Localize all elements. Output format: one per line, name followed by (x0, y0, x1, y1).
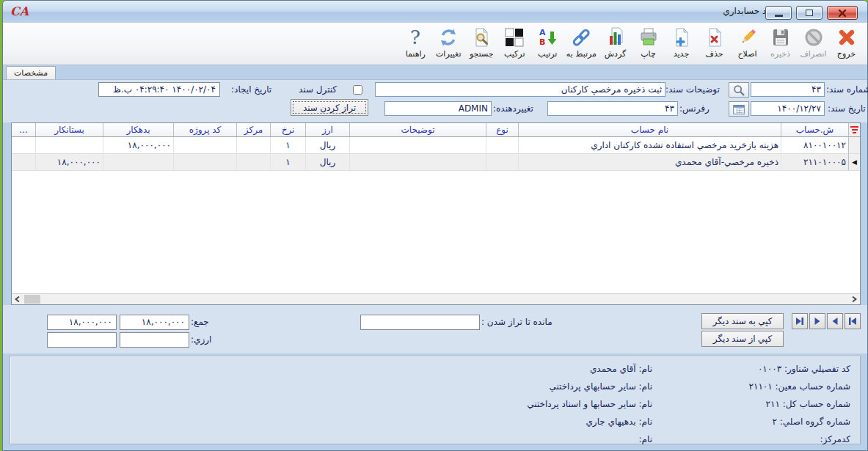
calendar-icon (732, 102, 746, 117)
nav-first-button[interactable] (845, 313, 861, 329)
doc-number-input[interactable] (751, 82, 825, 97)
cell-type[interactable] (486, 137, 518, 154)
scroll-right-button[interactable] (848, 294, 860, 304)
cell-more[interactable] (12, 137, 35, 154)
cell-center[interactable] (236, 154, 270, 171)
toolbar-edit-button[interactable]: اصلاح (731, 26, 764, 65)
toolbar-new-button[interactable]: جديد (665, 26, 698, 65)
titlebar[interactable]: CA سند حسابداري (3, 1, 867, 23)
doc-date-calendar-button[interactable] (729, 101, 749, 117)
toolbar-exit-button[interactable]: خروج (830, 26, 863, 65)
app-logo: CA (10, 4, 29, 18)
reference-label: رفرنس: (679, 103, 710, 114)
toolbar-combine-button[interactable]: تركيب (498, 26, 531, 65)
chevron-right-icon (851, 296, 857, 302)
cell-currency[interactable]: ريال (305, 137, 349, 154)
col-header-type: نوع (486, 123, 518, 136)
toolbar-turnover-button[interactable]: گردش (599, 26, 632, 65)
cell-credit[interactable] (35, 137, 103, 154)
toolbar-item-label: جديد (674, 49, 689, 59)
cell-account[interactable]: ۸۱۰۰۱۰۰۱۲ (781, 137, 848, 154)
floating-detail-name: نام: آقاي محمدي (590, 364, 652, 374)
row-indicator: ◀ (848, 154, 860, 171)
cell-project[interactable] (173, 137, 236, 154)
sum-label: جمع: (191, 317, 209, 327)
sort-icon: AB (536, 26, 558, 48)
scrollbar-thumb[interactable] (24, 295, 40, 304)
control-doc-checkbox[interactable] (353, 85, 362, 95)
cell-desc[interactable] (349, 154, 486, 171)
balance-doc-button[interactable]: تراز كردن سند (291, 99, 368, 116)
cell-rate[interactable]: ۱ (270, 137, 305, 154)
doc-number-search-button[interactable] (729, 82, 749, 98)
col-header-rate: نرخ (270, 123, 305, 136)
close-icon (837, 8, 847, 18)
turnover-icon (605, 26, 627, 48)
sum-debit-value: ۱۸,۰۰۰,۰۰۰ (120, 315, 189, 330)
grid-row-selected[interactable]: ◀ ۲۱۱۰۱۰۰۰۵ ذخيره مرخصي-آقاي محمدي ريال … (12, 154, 860, 171)
toolbar-item-label: چاپ (641, 49, 656, 59)
svg-text:?: ? (410, 26, 420, 48)
scroll-left-button[interactable] (12, 294, 23, 304)
nav-last-button[interactable] (792, 313, 808, 329)
created-date-value: ۱۴۰۰/۰۲/۰۴ ۰۴:۲۹:۴۰ ب.ظ (98, 82, 220, 97)
current-row-marker-icon: ◀ (849, 154, 860, 170)
grid-row[interactable]: ۸۱۰۰۱۰۰۱۲ هزينه بازخريد مرخصي استفاده نش… (12, 137, 860, 154)
cell-type[interactable] (486, 154, 518, 171)
detail-row: شماره حساب معين: ۲۱۱۰۱ نام: ساير حسابهاي… (10, 379, 860, 397)
restore-button[interactable] (796, 6, 823, 20)
cell-debit[interactable]: ۱۸,۰۰۰,۰۰۰ (103, 137, 173, 154)
filter-rows-icon[interactable] (848, 123, 860, 136)
toolbar-item-label: تركيب (504, 49, 525, 59)
toolbar-cancel-button[interactable]: انصراف (797, 26, 830, 65)
sum-credit-value: ۱۸,۰۰۰,۰۰۰ (47, 315, 117, 330)
toolbar-item-label: گردش (605, 49, 627, 59)
cell-center[interactable] (236, 137, 270, 154)
doc-date-input[interactable] (751, 101, 825, 116)
cell-desc[interactable] (349, 137, 486, 154)
toolbar-delete-button[interactable]: حذف (698, 26, 731, 65)
cell-debit[interactable] (103, 154, 173, 171)
copy-to-doc-button[interactable]: كپي به سند ديگر (701, 313, 784, 329)
toolbar-help-button[interactable]: ? راهنما (399, 26, 432, 65)
exit-icon (836, 26, 858, 48)
nav-prev-button[interactable] (827, 313, 843, 329)
toolbar-item-label: ذخيره (770, 49, 790, 59)
reference-input[interactable] (547, 101, 678, 116)
doc-description-input[interactable] (375, 82, 665, 97)
col-header-center: مركز (236, 123, 270, 136)
minimize-button[interactable] (765, 6, 792, 20)
print-icon (638, 26, 660, 48)
grid-header: ش.حساب نام حساب نوع توضيحات ارز نرخ مركز… (12, 123, 860, 137)
cell-rate[interactable]: ۱ (270, 154, 305, 171)
cell-credit[interactable]: ۱۸,۰۰۰,۰۰۰ (35, 154, 103, 171)
toolbar-print-button[interactable]: چاپ (632, 26, 665, 65)
tab-specifications[interactable]: مشخصات (6, 66, 56, 79)
detail-row: شماره حساب كل: ۲۱۱ نام: ساير حسابها و اس… (10, 397, 860, 414)
cell-name[interactable]: ذخيره مرخصي-آقاي محمدي (518, 154, 781, 171)
detail-row: كدمركز: نام: (10, 432, 860, 450)
toolbar-search-button[interactable]: جستجو (465, 26, 498, 65)
floating-detail-code: كد تفصيلي شناور: ۰۱۰۰۳ (758, 364, 850, 374)
col-header-currency: ارز (305, 123, 349, 136)
nav-next-button[interactable] (809, 313, 825, 329)
cell-account[interactable]: ۲۱۱۰۱۰۰۰۵ (781, 154, 848, 171)
horizontal-scrollbar[interactable] (12, 293, 860, 304)
cell-project[interactable] (173, 154, 236, 171)
toolbar-item-label: اصلاح (737, 49, 756, 59)
restore-icon (806, 10, 813, 16)
cell-name[interactable]: هزينه بازخريد مرخصي استفاده نشده كاركنان… (518, 137, 781, 154)
close-button[interactable] (827, 6, 858, 20)
row-indicator (848, 137, 860, 154)
toolbar-item-label: انصراف (800, 49, 826, 59)
toolbar-changes-button[interactable]: تغييرات (432, 26, 465, 65)
cancel-icon (803, 26, 825, 48)
toolbar-linked-button[interactable]: مرتبط به (564, 26, 599, 65)
toolbar-sort-button[interactable]: AB ترتيب (531, 26, 564, 65)
toolbar-save-button[interactable]: ذخيره (764, 26, 797, 65)
app-window: CA سند حسابداري خروج انصراف ذخيره اصلاح (2, 0, 868, 451)
copy-from-doc-button[interactable]: كپي از سند ديگر (701, 331, 784, 347)
cell-more[interactable] (12, 154, 35, 171)
cell-currency[interactable]: ريال (305, 154, 349, 171)
modifier-input[interactable] (384, 101, 492, 116)
